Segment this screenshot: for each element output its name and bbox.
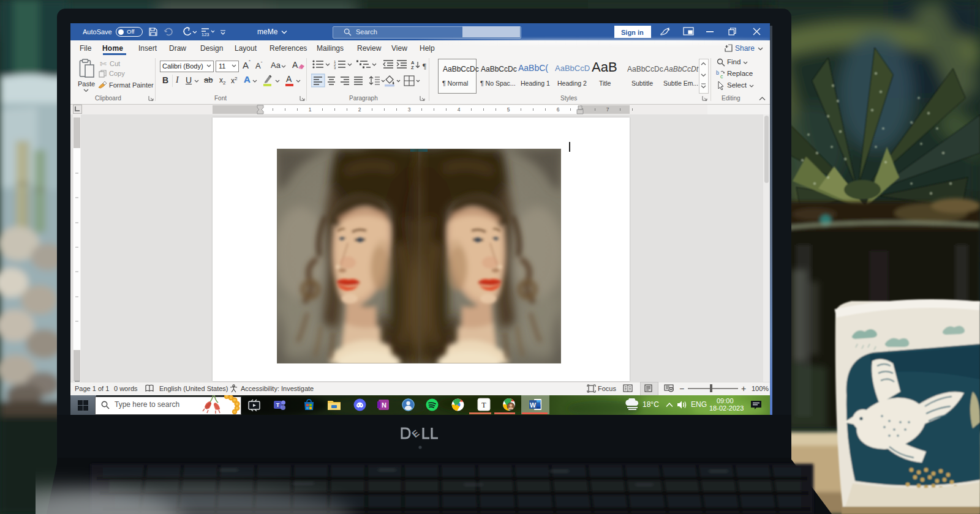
svg-text:6: 6 — [557, 106, 560, 113]
svg-text:123: 123 — [202, 32, 209, 37]
svg-text:¶: ¶ — [423, 61, 426, 70]
svg-text:5: 5 — [507, 106, 510, 113]
svg-text:1: 1 — [309, 106, 312, 113]
svg-text:Z: Z — [411, 65, 414, 70]
svg-text:N: N — [382, 401, 386, 409]
svg-text:E: E — [410, 428, 421, 439]
svg-text:T: T — [481, 401, 486, 409]
svg-text:b: b — [716, 70, 719, 76]
svg-text:3: 3 — [334, 66, 336, 70]
svg-text:T: T — [276, 402, 280, 408]
svg-text:4: 4 — [458, 106, 461, 113]
svg-text:c: c — [720, 73, 723, 79]
svg-text:W: W — [530, 401, 536, 409]
svg-text:7: 7 — [606, 106, 609, 113]
svg-text:3: 3 — [408, 106, 411, 113]
svg-text:2: 2 — [358, 106, 361, 113]
